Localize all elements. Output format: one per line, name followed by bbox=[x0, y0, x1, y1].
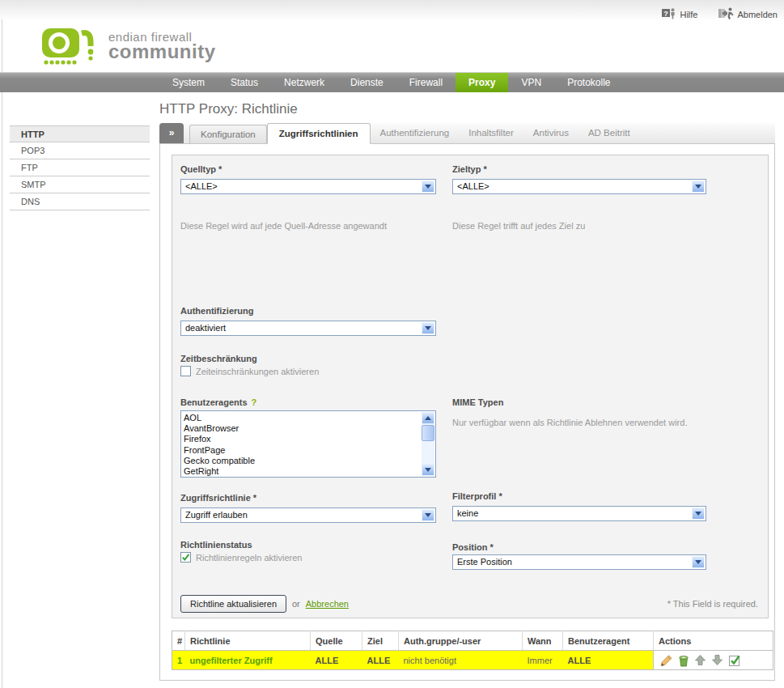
logo-line2: community bbox=[108, 42, 216, 62]
useragents-options: AOL AvantBrowser Firefox FrontPage Gecko… bbox=[184, 413, 420, 477]
dest-type-select[interactable]: <ALLE> bbox=[452, 179, 706, 194]
access-policy-value: Zugriff erlauben bbox=[185, 510, 248, 520]
access-policy-select[interactable]: Zugriff erlauben bbox=[180, 508, 436, 523]
auth-select[interactable]: deaktiviert bbox=[180, 321, 436, 336]
nav-item-vpn[interactable]: VPN bbox=[508, 73, 554, 92]
policy-status-label: Richtlinienstatus bbox=[180, 540, 252, 550]
scroll-up-icon[interactable] bbox=[422, 412, 434, 424]
enabled-checkbox-icon[interactable] bbox=[728, 654, 741, 667]
dest-type-hint: Diese Regel trifft auf jedes Ziel zu bbox=[452, 221, 585, 231]
logo-text: endian firewall community bbox=[108, 31, 216, 62]
required-note: * This Field is required. bbox=[667, 599, 758, 609]
col-number: # bbox=[172, 631, 185, 651]
scroll-down-icon[interactable] bbox=[422, 464, 434, 476]
chevron-down-icon bbox=[422, 180, 434, 193]
nav-item-protokolle[interactable]: Protokolle bbox=[554, 73, 623, 92]
nav-item-system[interactable]: System bbox=[159, 73, 218, 92]
chevron-down-icon bbox=[692, 180, 705, 193]
position-select[interactable]: Erste Position bbox=[452, 554, 706, 570]
nav-item-status[interactable]: Status bbox=[218, 73, 271, 92]
tab-ad-beitritt[interactable]: AD Beitritt bbox=[578, 123, 640, 143]
logout-label: Abmelden bbox=[737, 10, 778, 19]
dest-type-label: Zieltyp * bbox=[452, 164, 487, 174]
logout-icon bbox=[718, 7, 734, 21]
move-up-icon[interactable] bbox=[694, 654, 706, 666]
scrollbar-thumb[interactable] bbox=[422, 425, 434, 441]
header-links: ? Hilfe Abmelden bbox=[662, 7, 778, 21]
tab-konfiguration[interactable]: Konfiguration bbox=[189, 125, 267, 143]
checkmark-icon bbox=[181, 553, 190, 562]
sidebar-item-smtp[interactable]: SMTP bbox=[10, 176, 150, 193]
app-window: ? Hilfe Abmelden bbox=[0, 0, 784, 688]
col-wann: Wann bbox=[523, 631, 563, 651]
help-label: Hilfe bbox=[680, 10, 697, 19]
col-actions: Actions bbox=[654, 631, 773, 651]
help-icon: ? bbox=[662, 7, 676, 21]
sidebar-item-pop3[interactable]: POP3 bbox=[10, 142, 150, 159]
policy-status-checkbox-label: Richtlinienregeln aktivieren bbox=[196, 553, 302, 563]
delete-icon[interactable] bbox=[678, 654, 689, 667]
source-type-value: <ALLE> bbox=[185, 181, 218, 191]
listbox-option[interactable]: Firefox bbox=[184, 434, 420, 444]
page-title: HTTP Proxy: Richtlinie bbox=[159, 101, 298, 117]
listbox-option[interactable]: FrontPage bbox=[184, 445, 420, 456]
endian-logo: endian firewall community bbox=[42, 27, 216, 70]
nav-item-firewall[interactable]: Firewall bbox=[396, 73, 456, 92]
cancel-link[interactable]: Abbrechen bbox=[306, 599, 349, 609]
useragents-listbox[interactable]: AOL AvantBrowser Firefox FrontPage Gecko… bbox=[180, 410, 436, 478]
col-authgruppe: Auth.gruppe/-user bbox=[399, 631, 523, 651]
update-policy-button[interactable]: Richtline aktualisieren bbox=[180, 595, 286, 613]
nav-item-dienste[interactable]: Dienste bbox=[337, 73, 396, 92]
source-type-select[interactable]: <ALLE> bbox=[180, 179, 436, 194]
sidebar-item-http[interactable]: HTTP bbox=[10, 125, 150, 142]
source-type-hint: Diese Regel wird auf jede Quell-Adresse … bbox=[180, 221, 387, 231]
row-authgroup: nicht benötigt bbox=[399, 651, 523, 670]
page-left-border bbox=[2, 19, 2, 688]
main-nav: System Status Netzwerk Dienste Firewall … bbox=[0, 72, 784, 92]
table-row: 1 ungefilterter Zugriff ALLE ALLE nicht … bbox=[172, 651, 773, 670]
table-header-row: # Richtlinie Quelle Ziel Auth.gruppe/-us… bbox=[172, 631, 773, 651]
row-when: Immer bbox=[523, 651, 563, 670]
collapse-tabs-button[interactable]: » bbox=[159, 123, 184, 143]
tab-strip: » Konfiguration Zugriffsrichtlinien Auth… bbox=[159, 123, 775, 144]
listbox-option[interactable]: AOL bbox=[184, 413, 420, 423]
filter-profile-label: Filterprofil * bbox=[452, 491, 502, 501]
listbox-option[interactable]: Gecko compatible bbox=[184, 456, 420, 466]
edit-icon[interactable] bbox=[660, 654, 673, 667]
auth-value: deaktiviert bbox=[185, 323, 226, 333]
row-number: 1 bbox=[172, 651, 185, 670]
tab-inhaltsfilter[interactable]: Inhaltsfilter bbox=[459, 123, 523, 143]
nav-item-netzwerk[interactable]: Netzwerk bbox=[271, 73, 337, 92]
sidebar-item-ftp[interactable]: FTP bbox=[10, 159, 150, 176]
chevron-down-icon bbox=[692, 508, 705, 520]
help-link[interactable]: ? Hilfe bbox=[662, 7, 697, 21]
nav-item-proxy[interactable]: Proxy bbox=[456, 73, 508, 92]
useragents-help-link[interactable]: ? bbox=[252, 397, 257, 407]
sidebar-item-dns[interactable]: DNS bbox=[10, 193, 150, 210]
filter-profile-select[interactable]: keine bbox=[452, 506, 706, 521]
tab-zugriffsrichtlinien[interactable]: Zugriffsrichtlinien bbox=[267, 123, 371, 144]
listbox-option[interactable]: AvantBrowser bbox=[184, 423, 420, 434]
mime-label: MIME Typen bbox=[452, 397, 503, 407]
col-quelle: Quelle bbox=[311, 631, 362, 651]
listbox-option[interactable]: GetRight bbox=[184, 466, 420, 477]
tab-authentifizierung[interactable]: Authentifizierung bbox=[371, 123, 460, 143]
move-down-icon[interactable] bbox=[711, 654, 723, 666]
policy-table: # Richtlinie Quelle Ziel Auth.gruppe/-us… bbox=[172, 631, 773, 670]
filter-profile-value: keine bbox=[457, 508, 478, 518]
useragents-label-text: Benutzeragents bbox=[180, 397, 248, 407]
submit-row: Richtline aktualisieren or Abbrechen bbox=[180, 595, 349, 613]
logout-link[interactable]: Abmelden bbox=[718, 7, 778, 21]
scrollbar[interactable] bbox=[422, 412, 434, 476]
dest-type-value: <ALLE> bbox=[457, 181, 489, 191]
chevron-down-icon bbox=[422, 509, 434, 521]
access-policy-label: Zugriffsrichtlinie * bbox=[180, 493, 256, 503]
endian-logo-mark bbox=[42, 27, 100, 70]
tab-antivirus[interactable]: Antivirus bbox=[523, 123, 578, 143]
sidebar: HTTP POP3 FTP SMTP DNS bbox=[10, 125, 150, 210]
policy-status-checkbox[interactable] bbox=[180, 552, 191, 563]
time-restriction-checkbox[interactable] bbox=[180, 366, 191, 376]
row-dest: ALLE bbox=[362, 651, 399, 670]
chevron-down-icon bbox=[692, 556, 705, 568]
position-label: Position * bbox=[452, 542, 494, 552]
